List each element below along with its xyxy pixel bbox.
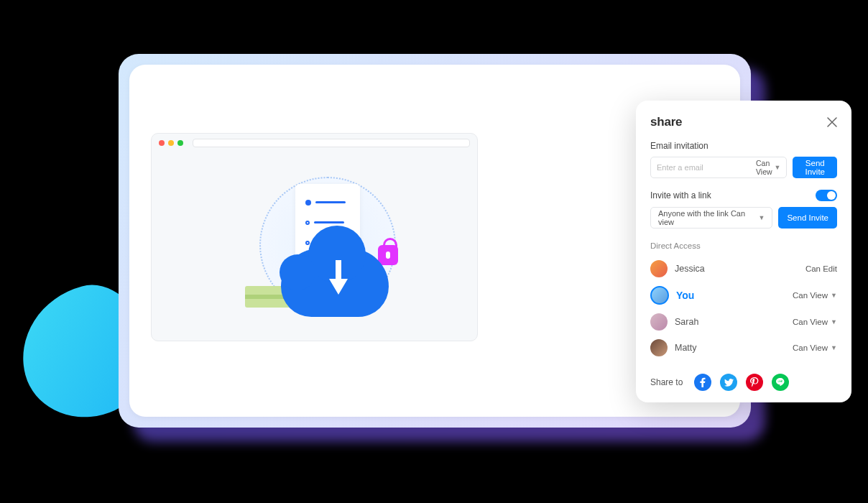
twitter-icon[interactable] bbox=[720, 374, 737, 391]
lock-icon bbox=[378, 245, 398, 265]
browser-titlebar bbox=[152, 134, 477, 152]
pinterest-icon[interactable] bbox=[746, 374, 763, 391]
email-input-wrap: Can View▼ bbox=[650, 157, 787, 178]
person-role-dropdown[interactable]: Can View▼ bbox=[793, 318, 837, 326]
avatar bbox=[650, 313, 668, 331]
browser-mockup bbox=[151, 133, 478, 341]
close-icon[interactable] bbox=[827, 117, 837, 127]
send-link-invite-button[interactable]: Send Invite bbox=[778, 207, 837, 229]
email-input[interactable] bbox=[657, 163, 756, 172]
url-bar bbox=[193, 139, 470, 147]
email-invitation-label: Email invitation bbox=[650, 141, 837, 151]
person-row: Matty Can View▼ bbox=[650, 335, 837, 361]
main-card: share Email invitation Can View▼ Send In… bbox=[129, 65, 740, 417]
invite-link-label: Invite with a link bbox=[650, 190, 711, 200]
share-title: share bbox=[650, 115, 682, 129]
share-to-row: Share to bbox=[650, 371, 837, 391]
download-arrow-icon bbox=[326, 260, 351, 296]
window-min-dot bbox=[168, 140, 174, 146]
direct-access-label: Direct Access bbox=[650, 241, 837, 250]
person-role: Can Edit bbox=[805, 264, 837, 273]
person-row: Jessica Can Edit bbox=[650, 256, 837, 282]
person-role-dropdown[interactable]: Can View▼ bbox=[793, 291, 837, 300]
person-name: Matty bbox=[675, 343, 697, 353]
person-name: You bbox=[676, 290, 694, 301]
avatar bbox=[650, 286, 669, 305]
cloud-download-illustration bbox=[238, 177, 425, 335]
person-row: Sarah Can View▼ bbox=[650, 309, 837, 335]
link-toggle[interactable] bbox=[816, 190, 837, 201]
person-role-dropdown[interactable]: Can View▼ bbox=[793, 343, 837, 352]
person-name: Jessica bbox=[675, 264, 705, 274]
window-max-dot bbox=[177, 140, 183, 146]
share-panel: share Email invitation Can View▼ Send In… bbox=[636, 101, 851, 402]
link-permission-select[interactable]: Anyone with the link Can view▼ bbox=[650, 207, 772, 229]
send-invite-button[interactable]: Send Invite bbox=[793, 157, 837, 178]
email-permission-dropdown[interactable]: Can View▼ bbox=[756, 159, 780, 176]
line-icon[interactable] bbox=[772, 374, 789, 391]
person-row: You Can View▼ bbox=[650, 282, 837, 309]
avatar bbox=[650, 339, 668, 356]
share-to-label: Share to bbox=[650, 377, 683, 387]
avatar bbox=[650, 260, 668, 277]
window-close-dot bbox=[159, 140, 165, 146]
person-name: Sarah bbox=[675, 317, 698, 327]
facebook-icon[interactable] bbox=[694, 374, 711, 391]
